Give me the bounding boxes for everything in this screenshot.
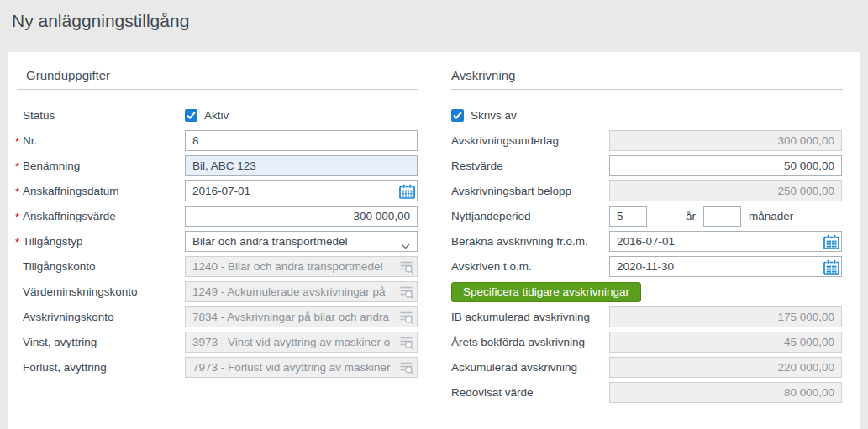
section-heading-avskrivning: Avskrivning bbox=[451, 68, 843, 90]
redovisat-varde-label: Redovisat värde bbox=[451, 386, 609, 399]
required-marker: * bbox=[15, 211, 19, 223]
berakna-avskrivning-input[interactable] bbox=[609, 231, 842, 252]
check-icon bbox=[453, 112, 462, 119]
row-benamning: *Benämning bbox=[17, 155, 418, 176]
row-anskaffningsdatum: *Anskaffningsdatum bbox=[17, 180, 418, 201]
account-lookup-icon[interactable] bbox=[398, 259, 415, 275]
arets-bokforda-input bbox=[609, 332, 842, 353]
anskaffningsvarde-label: *Anskaffningsvärde bbox=[17, 210, 185, 222]
row-berakna-avskrivning: Beräkna avskrivning fr.o.m. bbox=[451, 231, 843, 252]
row-ackumulerad: Ackumulerad avskrivning bbox=[451, 357, 843, 378]
years-unit-label: år bbox=[686, 210, 696, 222]
tillgangstyp-label: *Tillgångstyp bbox=[17, 235, 185, 248]
row-nyttjandeperiod: Nyttjandeperiod år månader bbox=[451, 206, 843, 227]
section-grunduppgifter: Grunduppgifter Status Aktiv *Nr. *Benämn… bbox=[17, 68, 418, 378]
row-redovisat-varde: Redovisat värde bbox=[451, 382, 843, 403]
redovisat-varde-input bbox=[609, 382, 842, 403]
avskrivningskonto-input bbox=[185, 306, 418, 327]
nr-label: *Nr. bbox=[17, 134, 185, 147]
anskaffningsvarde-input[interactable] bbox=[185, 206, 418, 227]
ackumulerad-label: Ackumulerad avskrivning bbox=[451, 361, 609, 374]
tillgangskonto-input bbox=[185, 256, 418, 277]
avskrivningskonto-label: Avskrivningskonto bbox=[17, 311, 185, 323]
required-marker: * bbox=[15, 236, 19, 249]
row-tillgangskonto: Tillgångskonto bbox=[17, 256, 418, 277]
specificera-tidigare-avskrivningar-button[interactable]: Specificera tidigare avskrivningar bbox=[451, 282, 641, 302]
benamning-input[interactable] bbox=[185, 155, 418, 176]
calendar-icon[interactable] bbox=[823, 259, 839, 275]
aktiv-checkbox[interactable] bbox=[185, 109, 197, 122]
nyttjandeperiod-months-input[interactable] bbox=[703, 206, 741, 227]
row-vinst-avyttring: Vinst, avyttring bbox=[17, 332, 418, 353]
section-heading-grunduppgifter: Grunduppgifter bbox=[17, 68, 418, 90]
avskrivningsunderlag-label: Avskrivningsunderlag bbox=[451, 134, 609, 147]
anskaffningsdatum-input[interactable] bbox=[185, 180, 418, 201]
vinst-avyttring-input bbox=[185, 332, 418, 353]
ackumulerad-input bbox=[609, 357, 842, 378]
benamning-label: *Benämning bbox=[17, 160, 185, 172]
section-avskrivning: Avskrivning Skrivs av Avskrivningsunderl… bbox=[451, 68, 843, 403]
row-vardeminskningskonto: Värdeminskningskonto bbox=[17, 281, 418, 302]
row-avskriven-tom: Avskriven t.o.m. bbox=[451, 256, 843, 277]
tillgangstyp-select[interactable]: Bilar och andra transportmedel bbox=[185, 231, 418, 252]
forlust-avyttring-input bbox=[185, 357, 418, 378]
row-avskrivningsunderlag: Avskrivningsunderlag bbox=[451, 130, 843, 151]
row-anskaffningsvarde: *Anskaffningsvärde bbox=[17, 206, 418, 227]
months-unit-label: månader bbox=[749, 210, 793, 222]
restvarde-input[interactable] bbox=[609, 155, 842, 176]
avskriven-tom-input[interactable] bbox=[609, 256, 842, 277]
skrivs-av-checkbox-label: Skrivs av bbox=[471, 109, 517, 122]
forlust-avyttring-label: Förlust, avyttring bbox=[17, 361, 185, 374]
row-status: Status Aktiv bbox=[17, 105, 418, 126]
avskrivningsbart-belopp-label: Avskrivningsbart belopp bbox=[451, 185, 609, 197]
row-specificera-button: Specificera tidigare avskrivningar bbox=[451, 281, 843, 302]
row-forlust-avyttring: Förlust, avyttring bbox=[17, 357, 418, 378]
required-marker: * bbox=[15, 160, 19, 173]
aktiv-checkbox-label: Aktiv bbox=[204, 109, 229, 122]
nyttjandeperiod-years-input[interactable] bbox=[609, 206, 647, 227]
account-lookup-icon[interactable] bbox=[398, 334, 415, 350]
ib-ackumulerad-input bbox=[609, 306, 842, 327]
vinst-avyttring-label: Vinst, avyttring bbox=[17, 336, 185, 348]
row-avskrivningsbart-belopp: Avskrivningsbart belopp bbox=[451, 180, 843, 201]
restvarde-label: Restvärde bbox=[451, 160, 609, 172]
ib-ackumulerad-label: IB ackumulerad avskrivning bbox=[451, 311, 609, 323]
calendar-icon[interactable] bbox=[398, 183, 415, 199]
required-marker: * bbox=[15, 135, 19, 148]
vardeminskningskonto-input bbox=[185, 281, 418, 302]
nyttjandeperiod-label: Nyttjandeperiod bbox=[451, 210, 609, 222]
avskriven-tom-label: Avskriven t.o.m. bbox=[451, 260, 609, 273]
check-icon bbox=[187, 112, 196, 119]
tillgangskonto-label: Tillgångskonto bbox=[17, 260, 185, 273]
form-card: Grunduppgifter Status Aktiv *Nr. *Benämn… bbox=[8, 52, 860, 429]
row-skrivs-av: Skrivs av bbox=[451, 105, 843, 126]
required-marker: * bbox=[15, 186, 19, 198]
skrivs-av-checkbox[interactable] bbox=[451, 109, 464, 122]
nr-input[interactable] bbox=[185, 130, 418, 151]
anskaffningsdatum-label: *Anskaffningsdatum bbox=[17, 185, 185, 197]
arets-bokforda-label: Årets bokförda avskrivning bbox=[451, 336, 609, 348]
calendar-icon[interactable] bbox=[823, 233, 839, 249]
row-avskrivningskonto: Avskrivningskonto bbox=[17, 306, 418, 327]
row-arets-bokforda: Årets bokförda avskrivning bbox=[451, 332, 843, 353]
account-lookup-icon[interactable] bbox=[398, 284, 415, 300]
row-nr: *Nr. bbox=[17, 130, 418, 151]
tillgangstyp-selected-value: Bilar och andra transportmedel bbox=[192, 235, 348, 248]
page-title: Ny anläggningstillgång bbox=[0, 0, 868, 31]
account-lookup-icon[interactable] bbox=[398, 309, 415, 325]
avskrivningsbart-belopp-input bbox=[609, 180, 842, 201]
avskrivningsunderlag-input bbox=[609, 130, 842, 151]
chevron-down-icon bbox=[401, 239, 410, 252]
account-lookup-icon[interactable] bbox=[398, 359, 415, 375]
row-tillgangstyp: *Tillgångstyp Bilar och andra transportm… bbox=[17, 231, 418, 252]
vardeminskningskonto-label: Värdeminskningskonto bbox=[17, 285, 185, 298]
row-restvarde: Restvärde bbox=[451, 155, 843, 176]
status-label: Status bbox=[17, 109, 185, 122]
row-ib-ackumulerad: IB ackumulerad avskrivning bbox=[451, 306, 843, 327]
berakna-avskrivning-label: Beräkna avskrivning fr.o.m. bbox=[451, 235, 609, 248]
